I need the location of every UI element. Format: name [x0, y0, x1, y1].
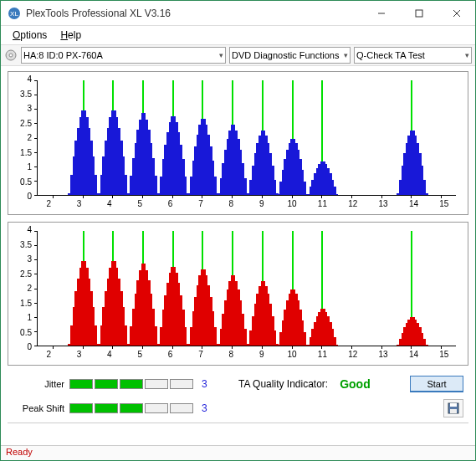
status-text: Ready — [6, 447, 33, 457]
svg-text:XL: XL — [10, 10, 18, 18]
menubar: Options Help — [1, 26, 475, 44]
jitter-bar — [69, 379, 193, 389]
peakshift-label: Peak Shift — [13, 403, 64, 413]
chart-top: 00.511.522.533.5423456789101112131415 — [8, 71, 468, 215]
function-select-value: DVD Diagnostic Functions — [232, 50, 339, 60]
menu-help[interactable]: Help — [55, 28, 86, 43]
titlebar: XL PlexTools Professional XL V3.16 — [1, 1, 475, 26]
divider — [8, 423, 468, 423]
chevron-down-icon: ▾ — [465, 51, 469, 59]
close-button[interactable] — [438, 1, 475, 25]
start-button[interactable]: Start — [410, 376, 463, 392]
drive-select[interactable]: HA:8 ID:0 PX-760A ▾ — [21, 47, 226, 64]
quality-indicator-label: TA Quality Indicator: — [238, 378, 328, 390]
status-bar: Ready — [1, 445, 475, 460]
save-button[interactable] — [443, 399, 463, 417]
maximize-button[interactable] — [400, 1, 438, 25]
chevron-down-icon: ▾ — [219, 51, 223, 59]
menu-options[interactable]: Options — [8, 28, 52, 43]
window-title: PlexTools Professional XL V3.16 — [26, 8, 362, 19]
svg-rect-3 — [416, 10, 422, 17]
floppy-icon — [448, 402, 459, 414]
function-select[interactable]: DVD Diagnostic Functions ▾ — [229, 47, 351, 64]
toolbar: HA:8 ID:0 PX-760A ▾ DVD Diagnostic Funct… — [1, 44, 475, 66]
test-select-value: Q-Check TA Test — [356, 50, 425, 60]
chevron-down-icon: ▾ — [344, 51, 348, 59]
minimize-button[interactable] — [362, 1, 400, 25]
peakshift-bar — [69, 403, 193, 413]
jitter-label: Jitter — [13, 379, 64, 389]
drive-select-value: HA:8 ID:0 PX-760A — [23, 50, 103, 60]
chart-bottom: 00.511.522.533.5423456789101112131415 — [8, 222, 468, 366]
app-icon: XL — [8, 7, 21, 20]
peakshift-value: 3 — [202, 402, 207, 414]
quality-indicator-value: Good — [340, 377, 371, 391]
svg-rect-10 — [450, 409, 457, 413]
svg-rect-9 — [450, 403, 457, 407]
drive-icon — [4, 49, 18, 62]
jitter-value: 3 — [202, 378, 207, 390]
svg-point-7 — [9, 54, 13, 57]
test-select[interactable]: Q-Check TA Test ▾ — [354, 47, 472, 64]
